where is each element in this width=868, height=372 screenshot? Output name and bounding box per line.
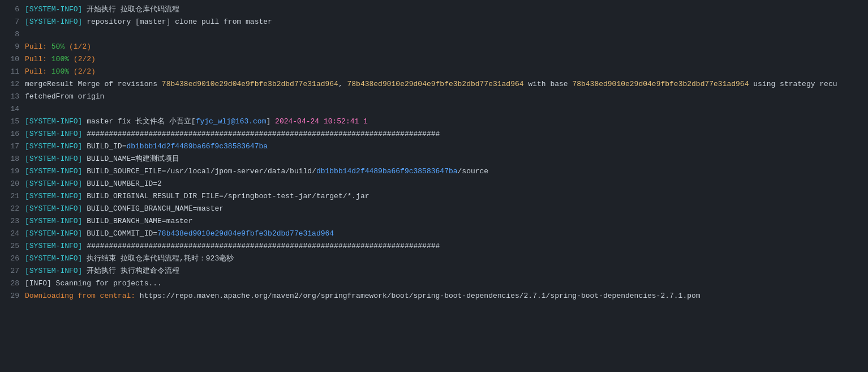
terminal-line: 29Downloading from central: https://repo…	[0, 290, 868, 302]
line-number: 7	[3, 16, 19, 28]
line-number: 18	[3, 153, 19, 165]
line-number: 29	[3, 290, 19, 302]
line-number: 13	[3, 91, 19, 102]
line-number: 20	[3, 178, 19, 190]
line-number: 24	[3, 228, 19, 240]
text-segment: [SYSTEM-INFO]	[25, 179, 87, 188]
line-number: 12	[3, 79, 19, 90]
line-content: mergeResult Merge of revisions 78b438ed9…	[25, 79, 862, 90]
text-segment: 2024-04-24 10:52:41 1	[275, 117, 368, 126]
text-segment: fetchedFrom origin	[25, 92, 104, 101]
text-segment: ]	[266, 117, 275, 126]
line-content: [SYSTEM-INFO] master fix 长文件名 小吾立[fyjc_w…	[25, 116, 862, 127]
line-number: 16	[3, 129, 19, 140]
text-segment: BUILD_NUMBER_ID=2	[87, 179, 162, 188]
text-segment: db1bbb14d2f4489ba66f9c38583647ba	[126, 142, 268, 151]
line-number: 26	[3, 253, 19, 264]
terminal-line: 25[SYSTEM-INFO] ########################…	[0, 240, 868, 253]
line-number: 11	[3, 66, 19, 78]
text-segment: BUILD_COMMIT_ID=	[87, 229, 157, 238]
line-content: [SYSTEM-INFO] ##########################…	[25, 129, 862, 140]
terminal-line: 22[SYSTEM-INFO] BUILD_CONFIG_BRANCH_NAME…	[0, 203, 868, 215]
text-segment: [SYSTEM-INFO]	[25, 204, 87, 213]
text-segment: BUILD_SOURCE_FILE=/usr/local/jpom-server…	[87, 167, 316, 176]
line-content: [SYSTEM-INFO] 开始执行 拉取仓库代码流程	[25, 4, 862, 15]
terminal-line: 15[SYSTEM-INFO] master fix 长文件名 小吾立[fyjc…	[0, 116, 868, 128]
text-segment: BUILD_BRANCH_NAME=master	[87, 217, 192, 225]
terminal-line: 18[SYSTEM-INFO] BUILD_NAME=构建测试项目	[0, 153, 868, 165]
line-content: Pull: 100% (2/2)	[25, 54, 862, 65]
text-segment: [SYSTEM-INFO]	[25, 117, 87, 126]
text-segment: Pull:	[25, 67, 51, 76]
text-segment: [SYSTEM-INFO]	[25, 267, 87, 275]
text-segment: 78b438ed9010e29d04e9fbfe3b2dbd77e31ad964	[572, 80, 749, 88]
line-content: [SYSTEM-INFO] BUILD_NAME=构建测试项目	[25, 153, 862, 165]
line-content: Pull: 100% (2/2)	[25, 66, 862, 78]
text-segment: 78b438ed9010e29d04e9fbfe3b2dbd77e31ad964	[157, 229, 334, 238]
line-content: [SYSTEM-INFO] BUILD_COMMIT_ID=78b438ed90…	[25, 228, 862, 240]
line-content: [SYSTEM-INFO] BUILD_SOURCE_FILE=/usr/loc…	[25, 166, 862, 177]
line-content: Pull: 50% (1/2)	[25, 41, 862, 53]
text-segment: https://repo.maven.apache.org/maven2/org…	[140, 292, 701, 300]
terminal-line: 13fetchedFrom origin	[0, 91, 868, 103]
text-segment: 开始执行 执行构建命令流程	[87, 267, 179, 275]
line-content: [SYSTEM-INFO] BUILD_ID=db1bbb14d2f4489ba…	[25, 141, 862, 152]
text-segment: [SYSTEM-INFO]	[25, 130, 87, 138]
terminal-line: 6[SYSTEM-INFO] 开始执行 拉取仓库代码流程	[0, 3, 868, 16]
text-segment: ,	[338, 80, 347, 88]
line-content: [SYSTEM-INFO] repository [master] clone …	[25, 16, 862, 28]
terminal-line: 19[SYSTEM-INFO] BUILD_SOURCE_FILE=/usr/l…	[0, 165, 868, 178]
text-segment: [SYSTEM-INFO]	[25, 5, 87, 14]
line-number: 19	[3, 166, 19, 177]
terminal-line: 16[SYSTEM-INFO] ########################…	[0, 128, 868, 140]
text-segment: [SYSTEM-INFO]	[25, 192, 87, 200]
text-segment: BUILD_NAME=构建测试项目	[87, 155, 179, 163]
text-segment: [SYSTEM-INFO]	[25, 217, 87, 225]
text-segment: /source	[458, 167, 489, 176]
text-segment: ########################################…	[87, 242, 440, 250]
text-segment: master fix 长文件名 小吾立[	[87, 117, 195, 126]
text-segment: db1bbb14d2f4489ba66f9c38583647ba	[316, 167, 458, 176]
line-number: 15	[3, 116, 19, 127]
line-number: 21	[3, 191, 19, 202]
terminal-line: 23[SYSTEM-INFO] BUILD_BRANCH_NAME=master	[0, 215, 868, 228]
terminal-line: 21[SYSTEM-INFO] BUILD_ORIGINAL_RESULT_DI…	[0, 190, 868, 203]
text-segment: repository [master] clone pull from mast…	[87, 18, 272, 26]
text-segment: Downloading from central:	[25, 292, 140, 300]
line-content: [SYSTEM-INFO] ##########################…	[25, 241, 862, 252]
text-segment: BUILD_ID=	[87, 142, 126, 151]
line-number: 6	[3, 4, 19, 15]
line-number: 17	[3, 141, 19, 152]
line-number: 27	[3, 266, 19, 277]
line-content: [INFO] Scanning for projects...	[25, 278, 862, 289]
line-content: [SYSTEM-INFO] 执行结束 拉取仓库代码流程,耗时：923毫秒	[25, 253, 862, 264]
terminal-line: 20[SYSTEM-INFO] BUILD_NUMBER_ID=2	[0, 178, 868, 190]
terminal-line: 26[SYSTEM-INFO] 执行结束 拉取仓库代码流程,耗时：923毫秒	[0, 253, 868, 265]
text-segment: with base	[524, 80, 573, 88]
line-number: 28	[3, 278, 19, 289]
text-segment: [SYSTEM-INFO]	[25, 155, 87, 163]
text-segment: [SYSTEM-INFO]	[25, 142, 87, 151]
terminal-line: 14	[0, 103, 868, 116]
line-content: Downloading from central: https://repo.m…	[25, 290, 862, 302]
text-segment: [SYSTEM-INFO]	[25, 229, 87, 238]
terminal-line: 7[SYSTEM-INFO] repository [master] clone…	[0, 16, 868, 28]
text-segment: (2/2)	[69, 55, 96, 63]
terminal-output[interactable]: 6[SYSTEM-INFO] 开始执行 拉取仓库代码流程7[SYSTEM-INF…	[0, 0, 868, 372]
text-segment: Pull:	[25, 42, 51, 51]
line-number: 10	[3, 54, 19, 65]
line-content: fetchedFrom origin	[25, 91, 862, 102]
terminal-line: 10Pull: 100% (2/2)	[0, 53, 868, 66]
terminal-line: 12mergeResult Merge of revisions 78b438e…	[0, 78, 868, 91]
terminal-line: 17[SYSTEM-INFO] BUILD_ID=db1bbb14d2f4489…	[0, 140, 868, 153]
line-number: 9	[3, 41, 19, 53]
line-number: 8	[3, 29, 19, 40]
text-segment: 78b438ed9010e29d04e9fbfe3b2dbd77e31ad964	[162, 80, 338, 88]
text-segment: [SYSTEM-INFO]	[25, 167, 87, 176]
line-number: 25	[3, 241, 19, 252]
text-segment: mergeResult Merge of revisions	[25, 80, 162, 88]
text-segment: [SYSTEM-INFO]	[25, 254, 87, 263]
text-segment: 执行结束 拉取仓库代码流程,耗时：923毫秒	[87, 254, 234, 263]
line-content: [SYSTEM-INFO] BUILD_CONFIG_BRANCH_NAME=m…	[25, 203, 862, 215]
text-segment: (2/2)	[69, 67, 96, 76]
